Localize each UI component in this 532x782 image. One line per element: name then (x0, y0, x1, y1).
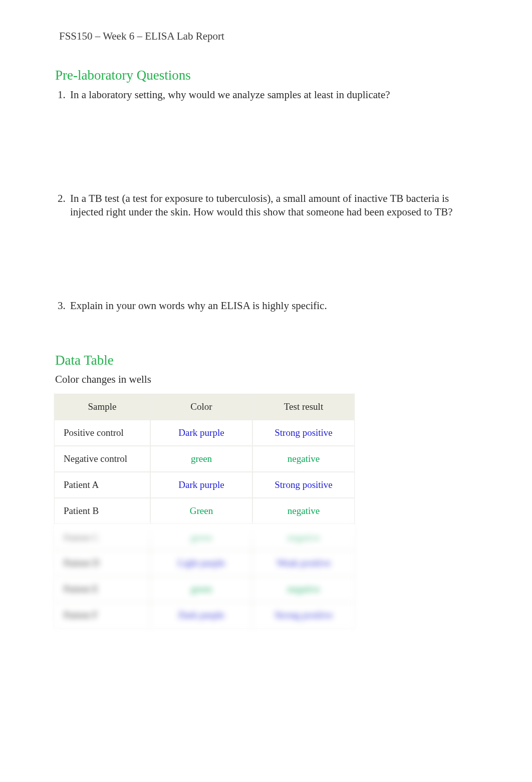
cell-color: green (150, 446, 252, 472)
cell-sample: Patient E (54, 576, 150, 602)
col-color: Color (150, 394, 252, 420)
cell-sample: Patient F (54, 602, 150, 628)
data-table-obscured: Patient C green negative Patient D Light… (54, 524, 355, 628)
cell-color: Dark purple (150, 472, 252, 498)
question-2: In a TB test (a test for exposure to tub… (68, 192, 477, 219)
table-row: Patient D Light purple Weak positive (54, 550, 355, 576)
page: FSS150 – Week 6 – ELISA Lab Report Pre-l… (0, 0, 532, 782)
cell-sample: Positive control (54, 420, 150, 446)
cell-result: Strong positive (252, 420, 355, 446)
cell-color: green (150, 524, 252, 550)
data-table-heading: Data Table (55, 353, 477, 368)
data-table-subheading: Color changes in wells (55, 373, 477, 386)
cell-color: Light purple (150, 550, 252, 576)
cell-result: negative (252, 498, 355, 524)
table-row: Patient E green negative (54, 576, 355, 602)
preview-fade (54, 524, 355, 628)
prelab-heading: Pre-laboratory Questions (55, 68, 477, 83)
question-list: In a laboratory setting, why would we an… (55, 88, 477, 313)
obscured-preview: Patient C green negative Patient D Light… (54, 524, 355, 628)
cell-result: negative (252, 524, 355, 550)
question-3: Explain in your own words why an ELISA i… (68, 299, 477, 313)
cell-sample: Patient A (54, 472, 150, 498)
question-1: In a laboratory setting, why would we an… (68, 88, 477, 102)
table-header-row: Sample Color Test result (54, 394, 355, 420)
cell-result: Strong positive (252, 602, 355, 628)
cell-sample: Patient B (54, 498, 150, 524)
cell-color: Dark purple (150, 420, 252, 446)
col-sample: Sample (54, 394, 150, 420)
table-row: Patient F Dark purple Strong positive (54, 602, 355, 628)
table-row: Positive control Dark purple Strong posi… (54, 420, 355, 446)
table-row: Negative control green negative (54, 446, 355, 472)
cell-result: negative (252, 446, 355, 472)
table-row: Patient B Green negative (54, 498, 355, 524)
cell-result: Weak positive (252, 550, 355, 576)
cell-sample: Patient D (54, 550, 150, 576)
cell-sample: Negative control (54, 446, 150, 472)
cell-color: green (150, 576, 252, 602)
col-result: Test result (252, 394, 355, 420)
table-row: Patient A Dark purple Strong positive (54, 472, 355, 498)
page-title: FSS150 – Week 6 – ELISA Lab Report (59, 30, 477, 43)
cell-result: negative (252, 576, 355, 602)
cell-color: Green (150, 498, 252, 524)
cell-color: Dark purple (150, 602, 252, 628)
cell-sample: Patient C (54, 524, 150, 550)
cell-result: Strong positive (252, 472, 355, 498)
data-table: Sample Color Test result Positive contro… (54, 394, 355, 524)
data-table-wrapper: Sample Color Test result Positive contro… (54, 394, 355, 628)
table-row: Patient C green negative (54, 524, 355, 550)
